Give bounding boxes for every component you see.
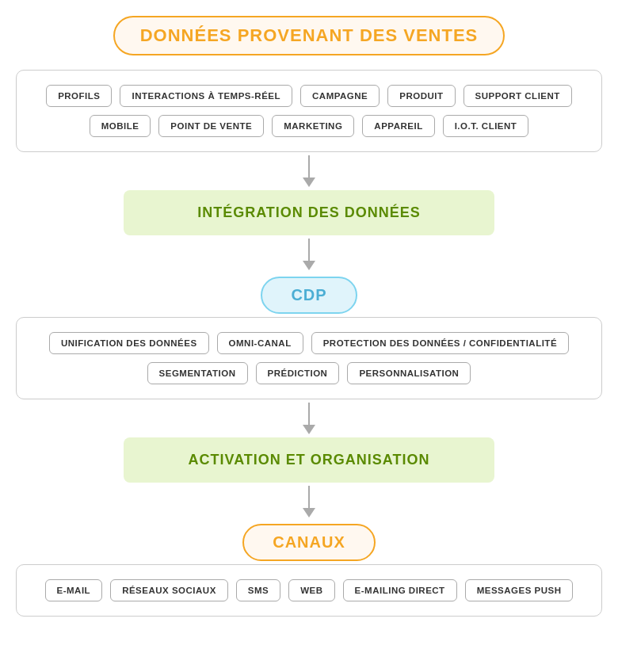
arrow-4 <box>303 486 315 517</box>
bottom-card: E-MAILRÉSEAUX SOCIAUXSMSWEBE-MAILING DIR… <box>16 564 602 617</box>
cdp-bubble: CDP <box>261 277 357 314</box>
tag: SUPPORT CLIENT <box>464 85 572 107</box>
integration-title: INTÉGRATION DES DONNÉES <box>197 204 421 220</box>
arrow-3 <box>303 403 315 434</box>
activation-title: ACTIVATION ET ORGANISATION <box>189 452 430 468</box>
arrow-1 <box>303 155 315 187</box>
arrow-2 <box>303 239 315 270</box>
tag: WEB <box>288 579 334 601</box>
tag: APPAREIL <box>362 115 434 137</box>
canaux-tags-row: E-MAILRÉSEAUX SOCIAUXSMSWEBE-MAILING DIR… <box>36 579 582 601</box>
tag: PRÉDICTION <box>256 362 340 384</box>
tag: I.O.T. CLIENT <box>443 115 529 137</box>
top-card: PROFILSINTERACTIONS À TEMPS-RÉELCAMPAGNE… <box>16 70 602 152</box>
top-tags-row1: PROFILSINTERACTIONS À TEMPS-RÉELCAMPAGNE… <box>36 85 582 107</box>
tag: E-MAIL <box>45 579 103 601</box>
tag: RÉSEAUX SOCIAUX <box>110 579 228 601</box>
tag: MESSAGES PUSH <box>465 579 574 601</box>
top-title: DONNÉES PROVENANT DES VENTES <box>113 16 505 55</box>
tag: PROTECTION DES DONNÉES / CONFIDENTIALITÉ <box>311 332 569 354</box>
top-tags-row2: MOBILEPOINT DE VENTEMARKETINGAPPAREILI.O… <box>36 115 582 137</box>
cdp-card: UNIFICATION DES DONNÉESOMNI-CANALPROTECT… <box>16 317 602 399</box>
tag: OMNI-CANAL <box>217 332 303 354</box>
integration-box: INTÉGRATION DES DONNÉES <box>124 190 494 235</box>
cdp-tags-row1: UNIFICATION DES DONNÉESOMNI-CANALPROTECT… <box>36 332 582 354</box>
activation-box: ACTIVATION ET ORGANISATION <box>124 437 494 483</box>
tag: PRODUIT <box>387 85 455 107</box>
cdp-tags-row2: SEGMENTATIONPRÉDICTIONPERSONNALISATION <box>36 362 582 384</box>
tag: UNIFICATION DES DONNÉES <box>49 332 209 354</box>
tag: MARKETING <box>272 115 354 137</box>
tag: PERSONNALISATION <box>347 362 471 384</box>
tag: MOBILE <box>90 115 151 137</box>
tag: CAMPAGNE <box>300 85 380 107</box>
tag: SMS <box>236 579 280 601</box>
tag: E-MAILING DIRECT <box>343 579 457 601</box>
tag: POINT DE VENTE <box>158 115 264 137</box>
canaux-bubble: CANAUX <box>242 524 376 561</box>
tag: SEGMENTATION <box>147 362 248 384</box>
tag: INTERACTIONS À TEMPS-RÉEL <box>120 85 292 107</box>
tag: PROFILS <box>46 85 112 107</box>
